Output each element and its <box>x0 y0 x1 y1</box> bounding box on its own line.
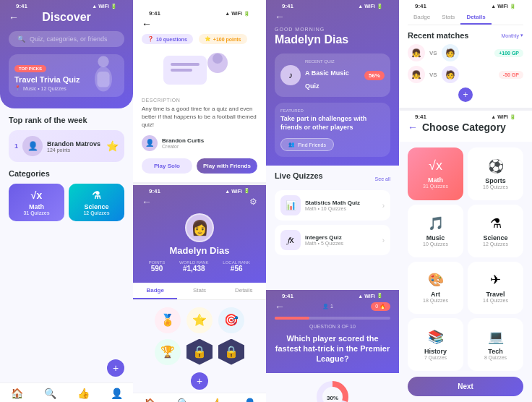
cat-grid-art[interactable]: 🎨 Art 18 Quizzes <box>408 262 463 315</box>
back-btn-3[interactable]: ← <box>275 11 285 22</box>
questions-pill: ❓ 10 questions <box>142 34 193 44</box>
quiz-illustration <box>142 48 257 92</box>
rank-info: Brandon Matrovs 124 points <box>47 140 102 153</box>
badge-2: ⭐ <box>186 307 213 333</box>
back-btn-profile[interactable]: ← <box>142 196 152 208</box>
back-btn-2[interactable]: ← <box>142 18 152 30</box>
cat-grid-travel[interactable]: ✈ Travel 14 Quizzes <box>468 262 523 315</box>
author-row: 👤 Brandon Curtis Creator <box>142 135 257 151</box>
live-quizzes-header: Live Quizzes See all <box>275 171 390 186</box>
top-rank-title: Top rank of the week <box>9 116 124 124</box>
category-math[interactable]: √x Math 31 Quizzes <box>9 184 64 221</box>
back-btn-q[interactable]: ← <box>275 301 285 312</box>
cat-science-grid-count: 12 Quizzes <box>483 241 508 247</box>
wifi-icon-cat: WiFi <box>497 114 508 119</box>
search-nav-2[interactable]: 🔍 <box>177 398 189 402</box>
wifi-icon-2: WiFi <box>231 11 242 16</box>
match-result-1: +100 GP <box>494 49 523 57</box>
rank-name: Brandon Matrovs <box>47 140 102 147</box>
cat-math-count: 31 Quizzes <box>13 210 60 215</box>
tab-badge[interactable]: Badge <box>133 283 177 299</box>
donut-chart: 30% <box>266 373 399 402</box>
rm-tab-badge[interactable]: Badge <box>408 11 436 25</box>
cat-grid-math[interactable]: √x Math 31 Quizzes <box>408 147 463 200</box>
back-btn-cat[interactable]: ← <box>408 121 418 133</box>
play-friends-button[interactable]: Play with Friends <box>197 158 257 174</box>
desc-text: Any time is a good time for a quiz and e… <box>142 105 257 129</box>
thumbs-nav-icon[interactable]: 👍 <box>77 388 90 399</box>
home-nav-icon[interactable]: 🏠 <box>11 388 23 399</box>
back-button[interactable]: ← <box>9 12 19 23</box>
add-fab[interactable]: + <box>107 359 124 377</box>
category-science[interactable]: ⚗ Science 12 Quizzes <box>69 184 124 221</box>
profile-panel: 9:41 ▲ WiFi 🔋 ← ⚙ 👩 Madelyn Dias POINTS … <box>133 185 266 402</box>
cat-sports-grid-name: Sports <box>485 177 506 184</box>
quiz-detail-panel: 9:41 ▲ WiFi 🔋 ← ❓ 10 questions ⭐ +100 po… <box>133 0 266 185</box>
cat-science-grid-icon: ⚗ <box>490 215 502 231</box>
next-button[interactable]: Next <box>408 377 523 396</box>
battery-icon-q: 🔋 <box>377 293 383 299</box>
svg-point-0 <box>98 56 108 67</box>
cat-travel-grid-name: Travel <box>486 291 505 298</box>
add-match-fab[interactable]: + <box>458 87 473 102</box>
play-solo-button[interactable]: Play Solo <box>142 158 192 174</box>
cat-art-grid-count: 18 Quizzes <box>423 298 448 303</box>
status-time-profile: 9:41 <box>149 188 160 194</box>
recent-quiz-card[interactable]: ♪ RECENT QUIZ A Basic Music Quiz 56% <box>275 54 390 97</box>
recent-quiz-info: RECENT QUIZ A Basic Music Quiz <box>305 59 360 91</box>
tab-details[interactable]: Details <box>222 283 266 299</box>
live-quizzes-title: Live Quizzes <box>275 171 323 180</box>
badge-6: 🔒 <box>218 339 244 365</box>
choose-category-panel: 9:41 ▲ WiFi 🔋 ← Choose Category √x Math … <box>399 111 532 402</box>
thumbs-nav-2[interactable]: 👍 <box>210 398 223 402</box>
cat-history-grid-icon: 📚 <box>428 329 444 345</box>
profile-top: 9:41 ▲ WiFi 🔋 ← ⚙ 👩 Madelyn Dias POINTS … <box>133 185 266 283</box>
profile-fab[interactable]: + <box>191 372 208 390</box>
featured-section: FEATURED Take part in challenges with fr… <box>275 103 390 157</box>
quiz-list-item-1[interactable]: 📊 Statistics Math Quiz Math • 10 Quizzes… <box>275 190 390 221</box>
categories-title: Categories <box>9 169 124 178</box>
signal-icon: ▲ <box>92 4 97 9</box>
home-nav-2[interactable]: 🏠 <box>144 398 156 402</box>
cat-grid-science[interactable]: ⚗ Science 12 Quizzes <box>468 205 523 257</box>
rm-tabs: Badge Stats Details <box>408 11 523 25</box>
categories-row: √x Math 31 Quizzes ⚗ Science 12 Quizzes <box>9 184 124 221</box>
status-icons-2: ▲ WiFi 🔋 <box>225 11 250 17</box>
match-avatar-2a: 👧 <box>408 66 425 83</box>
svg-text:30%: 30% <box>327 395 338 401</box>
svg-point-5 <box>213 54 223 64</box>
rm-tab-details[interactable]: Details <box>460 11 491 25</box>
vs-text-2: VS <box>428 72 439 78</box>
cat-grid-tech[interactable]: 💻 Tech 8 Quizzes <box>468 318 523 371</box>
search-bar[interactable]: 🔍 Quiz, categories, or friends <box>9 31 124 47</box>
quiz-list-item-2[interactable]: 𝑓x Integers Quiz Math • 5 Quizzes › <box>275 225 390 255</box>
settings-icon[interactable]: ⚙ <box>249 197 257 207</box>
progress-badge: 56% <box>364 71 385 80</box>
profile-nav-icon[interactable]: 👤 <box>111 388 123 399</box>
cat-grid-history[interactable]: 📚 History 7 Quizzes <box>408 318 463 371</box>
tab-stats[interactable]: Stats <box>177 283 221 299</box>
search-nav-icon[interactable]: 🔍 <box>44 388 56 399</box>
choose-cat-nav: ← Choose Category <box>408 121 523 136</box>
cat-art-grid-name: Art <box>431 291 440 298</box>
star-badge: ⭐ <box>106 140 119 152</box>
status-time-cat: 9:41 <box>415 114 426 120</box>
see-all-link[interactable]: See all <box>375 176 390 181</box>
choose-cat-title: Choose Category <box>422 121 506 133</box>
rm-tab-stats[interactable]: Stats <box>436 11 460 25</box>
cat-grid-music[interactable]: 🎵 Music 10 Quizzes <box>408 205 463 257</box>
find-friends-button[interactable]: 👥 Find Friends <box>280 138 334 151</box>
status-icons-1: ▲ WiFi 🔋 <box>92 4 117 9</box>
screen-col2: 9:41 ▲ WiFi 🔋 ← ❓ 10 questions ⭐ +100 po… <box>133 0 266 402</box>
featured-quiz-card[interactable]: TOP PICKS Travel Trivia Quiz 📍 Music • 1… <box>9 54 124 97</box>
question-nav: ← 👤 1 0 🔥 <box>275 301 390 312</box>
profile-nav-2[interactable]: 👤 <box>244 398 256 402</box>
status-bar-cat: 9:41 ▲ WiFi 🔋 <box>408 111 523 121</box>
svg-rect-2 <box>97 72 109 87</box>
cat-grid-sports[interactable]: ⚽ Sports 16 Quizzes <box>468 147 523 200</box>
monthly-select[interactable]: Monthly ▾ <box>501 33 523 38</box>
chevron-icon: ▾ <box>520 33 523 38</box>
stat-local-rank: LOCAL RANK #56 <box>223 260 250 273</box>
cat-math-grid-icon: √x <box>429 158 442 174</box>
badges-grid: 🏅 ⭐ 🎯 🏆 🔒 🔒 <box>133 300 266 372</box>
